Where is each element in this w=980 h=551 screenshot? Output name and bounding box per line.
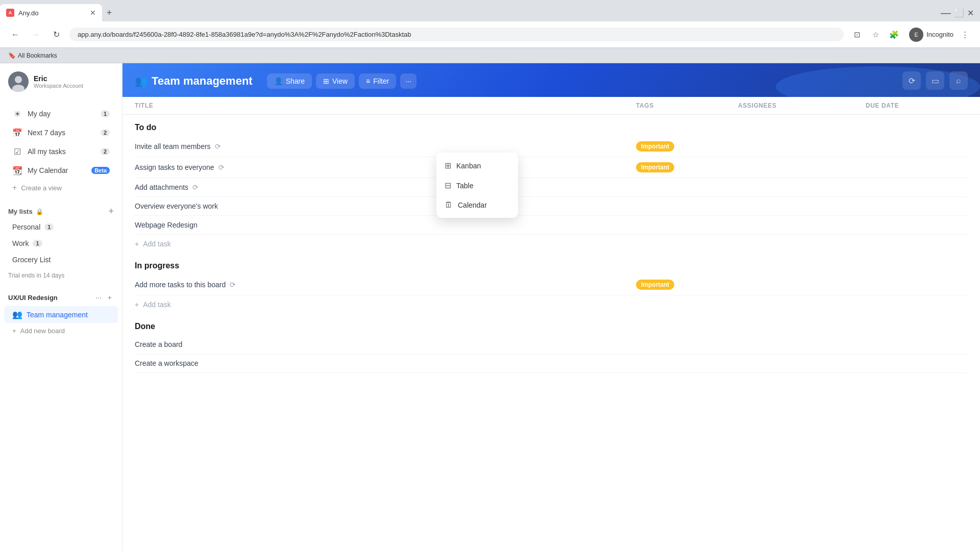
calendar-label: Calendar	[458, 201, 487, 209]
calendar-icon: 🗓	[445, 201, 453, 210]
table-icon: ⊟	[445, 181, 451, 190]
view-option-table[interactable]: ⊟ Table	[436, 176, 518, 195]
view-option-calendar[interactable]: 🗓 Calendar	[436, 195, 518, 215]
view-dropdown: ⊞ Kanban ⊟ Table 🗓 Calendar	[436, 153, 518, 218]
dropdown-overlay[interactable]	[122, 63, 980, 551]
app: Eric Workspace Account ☀ My day 1 📅 Next…	[0, 63, 980, 551]
table-label: Table	[456, 182, 473, 190]
kanban-label: Kanban	[456, 162, 481, 170]
view-option-kanban[interactable]: ⊞ Kanban	[436, 156, 518, 176]
kanban-icon: ⊞	[445, 161, 451, 170]
main-content: 👥 Team management 👤 Share ⊞ View ≡ Filte…	[122, 63, 980, 551]
